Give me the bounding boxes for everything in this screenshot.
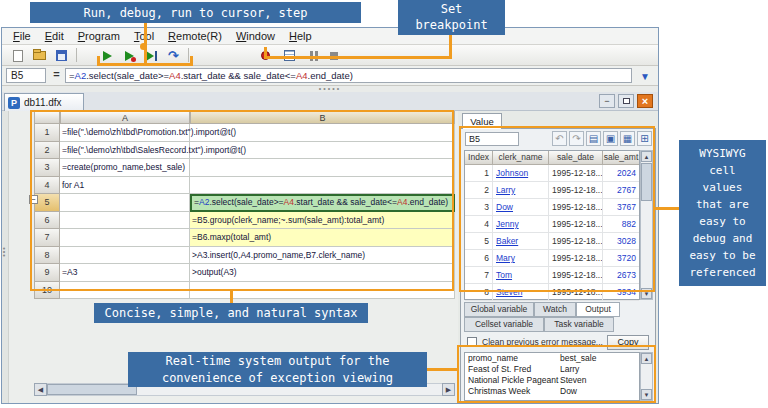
tab-db11-dfx[interactable]: P db11.dfx — [4, 93, 84, 111]
config-button[interactable]: ⊞ — [637, 131, 652, 146]
tab-output[interactable]: Output — [576, 302, 620, 317]
output-col2: Dow — [560, 386, 577, 397]
expand-formula-button[interactable]: ▼ — [636, 68, 654, 84]
cell-b4[interactable] — [190, 177, 455, 195]
minimize-button[interactable]: − — [599, 94, 615, 108]
cell-b8[interactable]: >A3.insert(0,A4.promo_name,B7.clerk_name… — [190, 247, 455, 265]
restore-button[interactable] — [618, 94, 634, 108]
amount-link[interactable]: 2673 — [603, 267, 639, 283]
tab-value[interactable]: Value — [462, 113, 502, 129]
tab-watch[interactable]: Watch — [534, 302, 576, 317]
row-header-7[interactable]: 7 — [34, 229, 60, 247]
close-button[interactable]: × — [637, 94, 653, 108]
cell-a5[interactable] — [60, 194, 190, 212]
collapse-toggle[interactable]: − — [29, 195, 38, 204]
value-col-index[interactable]: Index — [465, 151, 493, 165]
cell-a9[interactable]: =A3 — [60, 264, 190, 282]
row-header-6[interactable]: 6 — [34, 212, 60, 230]
column-header-b[interactable]: B — [190, 111, 455, 124]
row-header-8[interactable]: 8 — [34, 247, 60, 265]
menu-item-remote[interactable]: Remote(R) — [161, 30, 229, 42]
cell-a2[interactable]: =file(".\demo\zh\tbd\SalesRecord.txt").i… — [60, 142, 190, 160]
row-header-1[interactable]: 1 — [34, 124, 60, 142]
undo-button[interactable]: ↶ — [552, 131, 567, 146]
amount-link[interactable]: 882 — [603, 216, 639, 232]
grid-row-1: 1 =file(".\demo\zh\tbd\Promotion.txt").i… — [34, 124, 455, 142]
copy-button[interactable]: Copy — [607, 335, 649, 350]
value-col-sale-amt[interactable]: sale_amt — [603, 151, 639, 165]
clerk-link[interactable]: Steven — [493, 284, 549, 300]
cell-a3[interactable]: =create(promo_name,best_sale) — [60, 159, 190, 177]
value-table-scrollbar[interactable]: ▲ ▼ — [640, 150, 653, 300]
row-header-3[interactable]: 3 — [34, 159, 60, 177]
clerk-link[interactable]: Jenny — [493, 216, 549, 232]
scroll-right-button[interactable]: ▶ — [442, 383, 455, 396]
clerk-link[interactable]: Johnson — [493, 165, 549, 181]
tab-global-variable[interactable]: Global variable — [464, 302, 534, 317]
row-header-2[interactable]: 2 — [34, 142, 60, 160]
step-button[interactable]: ↷ — [164, 47, 183, 64]
save-button[interactable] — [52, 47, 71, 64]
cell-a7[interactable] — [60, 229, 190, 247]
copy-value-button[interactable]: ▣ — [603, 131, 618, 146]
amount-link[interactable]: 3767 — [603, 199, 639, 215]
scroll-up-button[interactable]: ▲ — [641, 151, 652, 162]
export-button[interactable]: ▤ — [586, 131, 601, 146]
value-cell-box[interactable]: B5 — [465, 132, 519, 146]
clerk-link[interactable]: Baker — [493, 233, 549, 249]
debug-button[interactable] — [120, 47, 139, 64]
menu-item-file[interactable]: File — [6, 30, 38, 42]
amount-link[interactable]: 3028 — [603, 233, 639, 249]
new-file-button[interactable] — [8, 47, 27, 64]
scrollbar-thumb[interactable] — [641, 163, 652, 201]
cell-b9[interactable]: >output(A3) — [190, 264, 455, 282]
clerk-link[interactable]: Larry — [493, 182, 549, 198]
table-view-button[interactable]: ▦ — [620, 131, 635, 146]
clean-error-checkbox[interactable] — [467, 337, 477, 347]
cell-b5-selected[interactable]: =A2.select(sale_date>=A4.start_date && s… — [190, 194, 455, 212]
clerk-link[interactable]: Dow — [493, 199, 549, 215]
scroll-up-button[interactable]: ▲ — [641, 353, 652, 364]
amount-link[interactable]: 2024 — [603, 165, 639, 181]
grid-corner[interactable] — [34, 111, 60, 124]
output-col1: promo_name — [468, 353, 560, 364]
formula-input[interactable]: =A2.select(sale_date>=A4.start_date && s… — [65, 68, 632, 83]
menu-item-edit[interactable]: Edit — [38, 30, 71, 42]
clerk-link[interactable]: Tom — [493, 267, 549, 283]
cell-a6[interactable] — [60, 212, 190, 230]
cell-a10[interactable] — [60, 282, 190, 300]
amount-link[interactable]: 3720 — [603, 250, 639, 266]
scrollbar-thumb[interactable] — [47, 384, 137, 395]
app-window: File Edit Program Tool Remote(R) Window … — [1, 27, 659, 404]
scroll-down-button[interactable]: ▼ — [641, 389, 652, 400]
open-file-button[interactable] — [30, 47, 49, 64]
cell-b6[interactable]: =B5.group(clerk_name;~.sum(sale_amt):tot… — [190, 212, 455, 230]
clerk-link[interactable]: Mary — [493, 250, 549, 266]
cell-a1[interactable]: =file(".\demo\zh\tbd\Promotion.txt").imp… — [60, 124, 190, 142]
cell-a8[interactable] — [60, 247, 190, 265]
row-header-4[interactable]: 4 — [34, 177, 60, 195]
formula-ref-a4: A4 — [296, 70, 308, 81]
menu-item-program[interactable]: Program — [71, 30, 127, 42]
menu-item-help[interactable]: Help — [282, 30, 319, 42]
scroll-left-button[interactable]: ◀ — [34, 383, 47, 396]
scroll-down-button[interactable]: ▼ — [641, 288, 652, 299]
amount-link[interactable]: 2767 — [603, 182, 639, 198]
tab-task-variable[interactable]: Task variable — [544, 317, 614, 332]
redo-button[interactable]: ↷ — [569, 131, 584, 146]
tab-cellset-variable[interactable]: Cellset variable — [464, 317, 544, 332]
output-scrollbar[interactable]: ▲ ▼ — [640, 352, 653, 401]
value-col-sale-date[interactable]: sale_date — [549, 151, 603, 165]
amount-link[interactable]: 3934 — [603, 284, 639, 300]
left-splitter[interactable]: ••• — [2, 111, 9, 403]
cell-a4[interactable]: for A1 — [60, 177, 190, 195]
cell-b7[interactable]: =B6.maxp(total_amt) — [190, 229, 455, 247]
row-header-10[interactable]: 10 — [34, 282, 60, 300]
cell-reference-box[interactable]: B5 — [6, 68, 46, 83]
cell-b3[interactable] — [190, 159, 455, 177]
value-col-clerk-name[interactable]: clerk_name — [493, 151, 549, 165]
column-header-a[interactable]: A — [60, 111, 190, 124]
run-button[interactable] — [98, 47, 117, 64]
row-header-9[interactable]: 9 — [34, 264, 60, 282]
menu-item-window[interactable]: Window — [229, 30, 282, 42]
